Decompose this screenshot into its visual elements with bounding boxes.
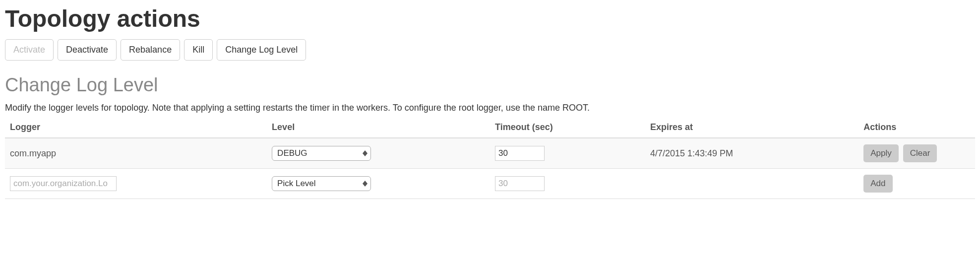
topology-action-buttons: Activate Deactivate Rebalance Kill Chang…	[5, 39, 975, 61]
expires-cell	[645, 169, 858, 199]
apply-button[interactable]: Apply	[863, 144, 899, 162]
kill-button[interactable]: Kill	[184, 39, 213, 61]
expires-cell: 4/7/2015 1:43:49 PM	[645, 138, 858, 169]
activate-button[interactable]: Activate	[5, 39, 54, 61]
rebalance-button[interactable]: Rebalance	[121, 39, 180, 61]
level-select-value: Pick Level	[277, 179, 360, 189]
col-header-actions: Actions	[858, 117, 975, 138]
select-arrows-icon	[360, 150, 368, 156]
col-header-logger: Logger	[5, 117, 267, 138]
section-heading: Change Log Level	[5, 74, 975, 96]
deactivate-button[interactable]: Deactivate	[58, 39, 117, 61]
clear-button[interactable]: Clear	[903, 144, 937, 162]
table-row: com.myapp DEBUG 4/7/2015 1:43:49 PM Appl…	[5, 138, 975, 169]
logger-cell: com.myapp	[5, 138, 267, 169]
add-button[interactable]: Add	[863, 175, 892, 193]
page-title: Topology actions	[5, 5, 975, 32]
svg-marker-1	[363, 153, 368, 156]
level-select[interactable]: DEBUG	[272, 146, 371, 161]
change-log-level-button[interactable]: Change Log Level	[217, 39, 306, 61]
col-header-expires: Expires at	[645, 117, 858, 138]
table-row: Pick Level Add	[5, 169, 975, 199]
select-arrows-icon	[360, 181, 368, 187]
svg-marker-3	[363, 184, 368, 187]
col-header-level: Level	[267, 117, 490, 138]
timeout-input[interactable]	[495, 176, 545, 191]
timeout-input[interactable]	[495, 146, 545, 161]
logger-input[interactable]	[10, 176, 117, 191]
level-select[interactable]: Pick Level	[272, 176, 371, 191]
section-description: Modify the logger levels for topology. N…	[5, 103, 975, 113]
level-select-value: DEBUG	[277, 148, 360, 158]
log-level-table: Logger Level Timeout (sec) Expires at Ac…	[5, 117, 975, 199]
col-header-timeout: Timeout (sec)	[490, 117, 645, 138]
